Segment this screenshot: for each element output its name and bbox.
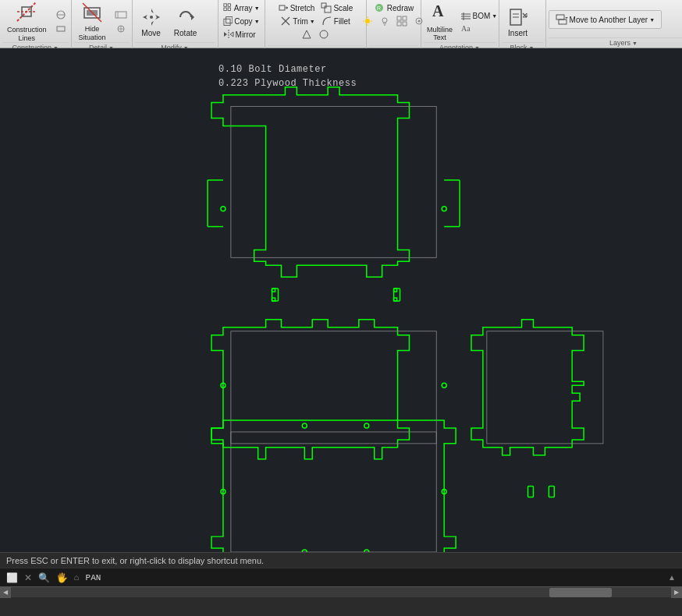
copy-button[interactable]: Copy ▼ xyxy=(221,15,262,27)
command-input[interactable] xyxy=(86,573,662,582)
move-icon xyxy=(141,7,162,29)
move-to-layer-icon xyxy=(556,14,568,25)
svg-point-53 xyxy=(418,20,421,23)
svg-rect-49 xyxy=(403,16,407,20)
array-group: Array ▼ Copy ▼ Mirror xyxy=(218,0,265,48)
stretch-label: Stretch xyxy=(290,4,315,12)
svg-marker-27 xyxy=(224,32,227,37)
svg-rect-69 xyxy=(272,289,275,292)
hide-situation-group: Hide Situation Det xyxy=(72,0,133,48)
mirror-button[interactable]: Mirror xyxy=(221,28,262,41)
hide-sub2-button[interactable] xyxy=(112,23,130,35)
array-icon xyxy=(223,2,233,13)
bom-dropdown: ▼ xyxy=(492,13,497,19)
trim-label: Trim xyxy=(293,17,308,26)
svg-text:A: A xyxy=(432,2,444,19)
fillet-label: Fillet xyxy=(334,17,350,26)
svg-marker-14 xyxy=(151,9,154,16)
rotate-icon xyxy=(176,7,196,29)
mirror-label: Mirror xyxy=(236,30,256,39)
trim-button[interactable]: Trim ▼ xyxy=(278,15,318,27)
scroll-right-arrow[interactable]: ▶ xyxy=(671,587,682,598)
svg-marker-15 xyxy=(151,18,154,26)
svg-rect-94 xyxy=(231,432,436,552)
svg-point-90 xyxy=(302,550,307,552)
command-bar[interactable]: ⬜ ✕ 🔍 🖐 ⌂ ▲ xyxy=(0,568,682,586)
hide-situation-button[interactable]: Hide Situation xyxy=(74,2,111,42)
svg-rect-25 xyxy=(223,19,229,25)
rotate-label: Rotate xyxy=(174,29,197,37)
hide-situation-icon xyxy=(81,2,103,25)
svg-point-87 xyxy=(364,423,369,428)
light-button[interactable] xyxy=(377,15,393,27)
svg-marker-19 xyxy=(191,14,194,20)
svg-rect-93 xyxy=(231,331,436,444)
hide-sub1-button[interactable] xyxy=(112,9,130,21)
redraw-button[interactable]: R Redraw xyxy=(371,2,416,14)
svg-rect-72 xyxy=(394,289,397,292)
array-button[interactable]: Array ▼ xyxy=(221,2,262,14)
ribbon-toolbar: Construction Lines Construction ▼ xyxy=(0,0,682,48)
canvas-area[interactable]: 0.10 Bolt Diameter 0.223 Plywood Thickne… xyxy=(0,48,682,552)
rotate-button[interactable]: Rotate xyxy=(169,2,202,42)
extra-tool2-icon xyxy=(318,29,329,40)
svg-rect-48 xyxy=(397,16,401,20)
sun-button[interactable] xyxy=(360,15,375,27)
svg-point-18 xyxy=(150,16,153,19)
command-icon3[interactable]: 🔍 xyxy=(38,572,50,583)
svg-rect-70 xyxy=(272,298,275,301)
scroll-thumb-horizontal[interactable] xyxy=(549,588,612,597)
construction-lines-icon xyxy=(16,1,37,26)
command-scroll-up[interactable]: ▲ xyxy=(668,573,676,582)
construction-lines-group: Construction Lines Construction ▼ xyxy=(0,0,72,48)
layers-tab-label: Layers xyxy=(609,39,630,47)
construction-sub2-button[interactable] xyxy=(53,23,69,35)
stretch-button[interactable]: Stretch xyxy=(275,2,318,14)
svg-rect-84 xyxy=(528,487,534,497)
fillet-button[interactable]: Fillet xyxy=(319,15,353,27)
svg-rect-85 xyxy=(549,487,554,497)
svg-line-8 xyxy=(83,3,101,22)
svg-point-75 xyxy=(442,207,446,211)
scroll-left-arrow[interactable]: ◀ xyxy=(0,587,11,598)
array-dropdown: ▼ xyxy=(254,5,260,11)
scale-button[interactable]: Scale xyxy=(318,2,355,14)
svg-rect-50 xyxy=(397,22,401,26)
move-to-layer-button[interactable]: Move to Another Layer ▼ xyxy=(549,10,662,29)
construction-sub1-button[interactable] xyxy=(53,9,69,21)
construction-lines-button[interactable]: Construction Lines xyxy=(2,2,52,42)
extra-tool2-button[interactable] xyxy=(316,28,332,41)
text-group: A Multiline Text BOM ▼ xyxy=(421,0,499,48)
svg-rect-20 xyxy=(223,4,226,6)
multiline-text-button[interactable]: A Multiline Text xyxy=(424,2,456,42)
grid-button[interactable] xyxy=(394,15,410,27)
svg-point-91 xyxy=(364,550,369,552)
bom-button[interactable]: BOM ▼ xyxy=(458,11,500,22)
text-size-icon: Aa xyxy=(460,23,471,33)
command-icon4[interactable]: 🖐 xyxy=(56,572,68,583)
svg-rect-33 xyxy=(325,6,331,12)
modify-label3 xyxy=(268,45,364,47)
trim-dropdown: ▼ xyxy=(310,19,315,24)
svg-rect-22 xyxy=(223,8,226,10)
svg-rect-9 xyxy=(115,12,126,18)
command-icon1[interactable]: ⬜ xyxy=(6,572,18,583)
copy-icon xyxy=(223,16,233,27)
svg-rect-24 xyxy=(226,17,232,23)
extra-tool1-button[interactable] xyxy=(299,28,314,41)
svg-marker-31 xyxy=(286,6,288,9)
svg-rect-29 xyxy=(279,5,285,10)
copy-label: Copy xyxy=(234,17,252,26)
light-icon xyxy=(379,16,390,27)
svg-marker-16 xyxy=(143,15,147,19)
insert-button[interactable]: Insert xyxy=(502,2,535,42)
text-size-button[interactable]: Aa xyxy=(458,23,500,34)
command-icon2[interactable]: ✕ xyxy=(24,572,32,583)
layers-label[interactable]: Layers ▼ xyxy=(549,37,682,47)
scrollbar-horizontal[interactable]: ◀ ▶ xyxy=(0,586,682,597)
svg-marker-28 xyxy=(230,32,233,37)
svg-rect-92 xyxy=(231,107,436,258)
move-button[interactable]: Move xyxy=(135,2,168,42)
extra-tool1-icon xyxy=(301,29,312,40)
svg-point-37 xyxy=(320,30,328,38)
